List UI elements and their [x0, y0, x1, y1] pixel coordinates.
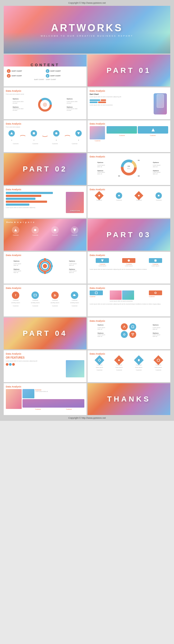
zz-item-1: 1	[8, 130, 15, 142]
bar-chart	[6, 192, 65, 206]
donut-chart	[37, 97, 53, 113]
box-1: Customet Lorem ipsum	[90, 258, 115, 267]
svg-point-3	[43, 103, 47, 107]
person-right: Customet Lorem ipsum dolor sit Customet …	[22, 389, 84, 410]
slide-data-3boxes: Data Analysic Customet Lorem ipsum Custo…	[88, 252, 170, 284]
circle-chart-container: Options Lorem ipsum dolorsit amet Option…	[6, 97, 84, 113]
zz-icon-3	[53, 130, 59, 136]
part04-bg: PART 04	[4, 317, 86, 349]
dart-item-1: 1 DART CHART	[7, 69, 45, 73]
svg-marker-44	[132, 333, 134, 336]
svg-rect-40	[122, 290, 134, 300]
person-photo-3	[22, 399, 84, 408]
tool-2: Customet lorem ipsum	[116, 357, 123, 368]
part02-bg: PART 02	[4, 153, 86, 185]
wave-icon-3: Customet	[51, 226, 59, 236]
wave-icon-2: Customet	[31, 226, 39, 236]
bar-3	[6, 198, 65, 200]
slide-or-features: Data Analysic OR FEATURES Lorem ipsum do…	[4, 350, 86, 382]
social-rss: Customet sending waves	[51, 292, 59, 303]
wave-icon-1: Customet	[12, 226, 19, 236]
cycle-opts-right: Options Lorem ipsumdolor sit Options Lor…	[69, 260, 77, 274]
dart-item-4: 4 DART ChART	[46, 74, 84, 78]
row-data2: Data Analysic From some text analysic 1 …	[4, 120, 170, 152]
svg-rect-36	[34, 294, 36, 296]
data-title-11: Data Analysic	[90, 287, 168, 289]
social-icons: f Customet sending waves Customet sendin…	[6, 292, 84, 303]
zz-item-2: 2	[31, 130, 37, 142]
dart-item-2: 2 DART ChART	[7, 74, 45, 78]
slide-data-icon-grid: Data Analysic Customet Customet	[88, 186, 170, 218]
or-features-label: OR FEATURES	[6, 356, 84, 359]
part04-title: PART 04	[23, 329, 67, 338]
row-data1: Data Analysic From some text analysic wo…	[4, 87, 170, 119]
og-right: Options Lorem ipsumdolor sit Options Lor…	[153, 324, 160, 337]
svg-rect-39	[110, 290, 122, 300]
people-photos: Customet Lorem ipsum dolor sit Customet …	[6, 389, 84, 410]
box-3: Customet Lorem ipsum	[143, 258, 168, 267]
social-fb: f Customet sending waves	[11, 292, 20, 303]
svg-text:04: 04	[128, 165, 130, 167]
svg-point-8	[55, 132, 57, 134]
svg-point-46	[118, 359, 120, 361]
svg-point-20	[118, 195, 120, 196]
data-title-14: Data Analysic	[90, 352, 168, 355]
icon-grid-item-3: Customet	[130, 192, 148, 201]
part02-title: PART 02	[23, 165, 67, 173]
hero-title: ARTWORKS	[51, 22, 123, 34]
slide-thanks: THANKS	[88, 383, 170, 415]
part01-title: PART 01	[107, 66, 151, 75]
zz-icon-1	[8, 130, 15, 136]
person-photo-2	[22, 389, 34, 398]
svg-rect-24	[54, 229, 56, 231]
icon-grid-item-2: Customet	[109, 192, 128, 201]
wave-icon-4: Customet	[71, 226, 78, 236]
slide-part01: PART 01	[88, 55, 170, 86]
circle-icon-2	[116, 192, 122, 199]
or-photo	[66, 360, 84, 377]
three-boxes: Customet Lorem ipsum Customet Lorem ipsu…	[90, 258, 168, 267]
svg-point-33	[37, 265, 39, 267]
data-title-8: Data Analysic	[6, 254, 84, 257]
part03-bg: PART 03	[88, 219, 170, 251]
data-title-10: Data Analysic	[6, 287, 84, 289]
row-data3: Data Analysic	[4, 186, 170, 218]
slide-wave-icons: Data A n a l y s i c Customet Customet	[4, 219, 86, 251]
customer-row-tools: Customet Customet Customet Customet	[90, 369, 168, 371]
data-title-15: Data Analysic	[6, 385, 84, 388]
customer-row-2: Customet Customet Customet Customet	[6, 305, 84, 307]
row-last: Data Analysic Customet Lorem ipsum dolor…	[4, 383, 170, 415]
thanks-bg: THANKS	[88, 383, 170, 415]
customer-row-1: Customet Customet Customet Customet	[6, 143, 84, 145]
svg-rect-35	[154, 259, 157, 262]
bar-4	[6, 201, 65, 203]
phone-placeholder	[154, 93, 168, 114]
data-title-5: Data Analysic	[90, 155, 168, 158]
svg-point-23	[34, 229, 36, 231]
slide-data-customers: Data Analysic Customet	[88, 120, 170, 152]
slide-part03: PART 03	[88, 219, 170, 251]
person-photo-1	[6, 389, 22, 409]
wave-data-label: Data A n a l y s i c	[6, 221, 35, 223]
part03-title: PART 03	[107, 231, 151, 239]
svg-point-31	[51, 265, 53, 267]
num-2: 2	[7, 74, 11, 78]
photo-col-2: Lorem ipsum dolor sit amet consectetur	[110, 290, 148, 302]
social-cloud: Customet sending waves	[70, 292, 79, 303]
tool-icons: Customet lorem ipsum Customet lorem ipsu…	[90, 357, 168, 368]
slide-data-circle: Data Analysic From some text analysic wo…	[4, 87, 86, 119]
svg-point-43	[123, 334, 125, 335]
data-title-9: Data Analysic	[90, 254, 168, 257]
options-right: Options Lorem ipsum dolorsit amet Option…	[67, 98, 77, 111]
icon-grid-item-4: Customet	[149, 192, 168, 201]
customer-grid: Customet	[90, 126, 168, 142]
copyright-bottom: Copyright © http://www.pptstore.net	[0, 416, 174, 420]
svg-rect-47	[138, 359, 140, 361]
numbered-donut: 04 items 01 02 03	[120, 159, 138, 177]
data-title-13: Data Analysic	[6, 352, 84, 355]
customer-photo-1: Customet	[90, 126, 106, 142]
data-title-12: Data Analysic	[90, 320, 168, 322]
bar-photo-container: Lorem ipsum dolor sit amet consectetur a…	[6, 192, 84, 213]
svg-rect-48	[6, 389, 22, 409]
opts-grid-container: Options Lorem ipsumdolor sit Options Lor…	[90, 323, 168, 338]
